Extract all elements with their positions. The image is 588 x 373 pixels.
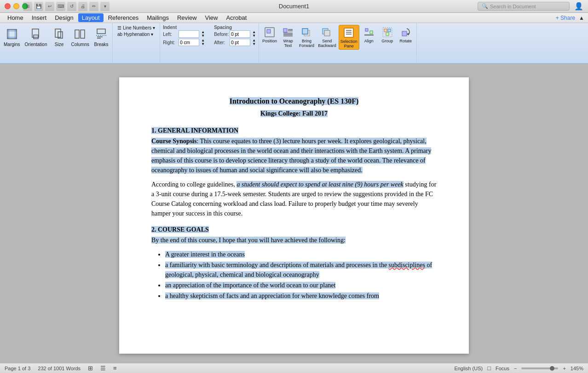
svg-rect-24	[302, 29, 308, 34]
svg-rect-9	[75, 30, 79, 38]
user-icon: 👤	[574, 2, 583, 11]
rotate-button[interactable]: Rotate	[397, 25, 415, 44]
bring-forward-button[interactable]: BringForward	[298, 25, 316, 49]
search-placeholder: Search in Document	[490, 4, 536, 9]
svg-rect-27	[344, 28, 353, 37]
collapse-ribbon-button[interactable]: ▲	[579, 15, 584, 21]
toolbar-icon-3[interactable]: ↩	[45, 2, 54, 11]
right-down-arrow[interactable]: ▼	[201, 42, 205, 46]
minimize-button[interactable]	[13, 3, 19, 9]
before-down-arrow[interactable]: ▼	[252, 34, 256, 38]
list-item-4: a healthy skepticism of facts and an app…	[165, 291, 437, 301]
ribbon-arrange-group: Position WrapText BringForward	[259, 23, 417, 63]
left-input[interactable]	[179, 30, 199, 38]
view-mode-icon[interactable]: □	[487, 365, 491, 372]
orientation-icon	[29, 27, 43, 41]
title-bar-right: 🔍 Search in Document 👤	[478, 2, 583, 11]
align-icon	[363, 26, 375, 39]
size-button[interactable]: Size	[50, 26, 69, 48]
left-down-arrow[interactable]: ▼	[201, 34, 205, 38]
title-bar: ⊞ 💾 ↩ ⌨ ↺ 🖨 ✏ ▾ Document1 🔍 Search in Do…	[0, 0, 588, 13]
wrap-text-button[interactable]: WrapText	[279, 25, 297, 49]
zoom-in-button[interactable]: +	[563, 366, 565, 371]
menu-view[interactable]: View	[202, 13, 222, 22]
align-button[interactable]: Align	[360, 25, 378, 44]
after-down-arrow[interactable]: ▼	[252, 42, 256, 46]
menu-home[interactable]: Home	[4, 13, 27, 22]
orientation-button[interactable]: Orientation	[23, 26, 49, 48]
selection-pane-icon	[342, 26, 355, 39]
view-icon-3[interactable]: ≡	[113, 365, 117, 372]
list-item-2: a familiarity with basic terminology and…	[165, 260, 437, 280]
toolbar-icon-7[interactable]: ✏	[89, 2, 98, 11]
orientation-label: Orientation	[25, 42, 47, 47]
rotate-icon	[399, 26, 412, 39]
indent-label: Indent	[163, 25, 205, 30]
hyphenation-icon: ab	[117, 32, 122, 37]
search-box[interactable]: 🔍 Search in Document	[478, 2, 570, 11]
close-button[interactable]	[5, 3, 11, 9]
zoom-slider[interactable]	[521, 367, 558, 369]
svg-rect-39	[402, 31, 407, 36]
status-right: English (US) □ Focus − + 145%	[454, 365, 583, 372]
wrap-text-label: WrapText	[283, 39, 293, 48]
before-input[interactable]	[230, 30, 250, 38]
focus-label[interactable]: Focus	[496, 366, 509, 371]
view-icon-2[interactable]: ☰	[100, 365, 106, 372]
zoom-level: 145%	[571, 366, 583, 371]
menu-acrobat[interactable]: Acrobat	[222, 13, 250, 22]
size-label: Size	[55, 42, 63, 47]
svg-rect-10	[81, 30, 85, 38]
menu-insert[interactable]: Insert	[28, 13, 51, 22]
toolbar-icon-1[interactable]: ⊞	[23, 2, 32, 11]
menu-layout[interactable]: Layout	[78, 13, 104, 22]
section-2-heading: 2. COURSE GOALS	[151, 225, 437, 234]
hyphenation-dropdown-icon: ▾	[151, 32, 153, 37]
position-icon	[263, 26, 276, 39]
svg-rect-5	[32, 29, 39, 37]
college-guidelines-paragraph: According to college guidelines, a stude…	[151, 180, 437, 218]
hyphenation-button[interactable]: ab Hyphenation ▾	[115, 31, 157, 37]
menu-mailings[interactable]: Mailings	[143, 13, 173, 22]
menu-bar: Home Insert Design Layout References Mai…	[0, 13, 588, 23]
svg-rect-32	[370, 31, 373, 34]
menu-review[interactable]: Review	[173, 13, 201, 22]
breaks-button[interactable]: Breaks	[92, 26, 110, 48]
line-numbers-button[interactable]: ☰ Line Numbers ▾	[115, 25, 157, 31]
line-numbers-dropdown-icon: ▾	[153, 25, 155, 30]
left-label: Left:	[163, 32, 177, 37]
svg-rect-35	[384, 29, 387, 32]
position-button[interactable]: Position	[261, 25, 278, 44]
position-label: Position	[262, 39, 277, 43]
menu-design[interactable]: Design	[51, 13, 77, 22]
document-area: Introduction to Oceanography (ES 130F) K…	[0, 64, 588, 363]
toolbar-icon-5[interactable]: ↺	[67, 2, 76, 11]
before-label: Before:	[214, 32, 228, 37]
zoom-out-button[interactable]: −	[514, 366, 517, 371]
toolbar-icon-4[interactable]: ⌨	[56, 2, 65, 11]
columns-icon	[73, 27, 87, 41]
window-title: Document1	[279, 3, 309, 10]
document-page[interactable]: Introduction to Oceanography (ES 130F) K…	[119, 77, 469, 354]
list-item-3: an appreciation of the importance of the…	[165, 280, 437, 290]
spacing-label: Spacing	[214, 25, 256, 30]
menu-references[interactable]: References	[104, 13, 142, 22]
share-button[interactable]: + Share	[556, 15, 575, 21]
page-info: Page 1 of 3	[5, 366, 30, 371]
align-label: Align	[364, 39, 374, 43]
send-backward-button[interactable]: SendBackward	[317, 25, 338, 49]
after-input[interactable]	[230, 39, 250, 46]
send-backward-label: SendBackward	[318, 39, 336, 48]
selection-pane-button[interactable]: SelectionPane	[339, 25, 359, 50]
right-input[interactable]	[179, 39, 199, 46]
document-title: Introduction to Oceanography (ES 130F)	[151, 96, 437, 107]
group-button[interactable]: Group	[379, 25, 396, 44]
view-icon-1[interactable]: ⊞	[88, 365, 93, 372]
margins-button[interactable]: Margins	[2, 26, 22, 48]
toolbar-icon-8[interactable]: ▾	[100, 2, 110, 11]
breaks-label: Breaks	[94, 42, 108, 47]
columns-button[interactable]: Columns	[69, 26, 91, 48]
toolbar-icon-2[interactable]: 💾	[34, 2, 43, 11]
svg-rect-16	[267, 29, 271, 33]
toolbar-icon-6[interactable]: 🖨	[78, 2, 87, 11]
